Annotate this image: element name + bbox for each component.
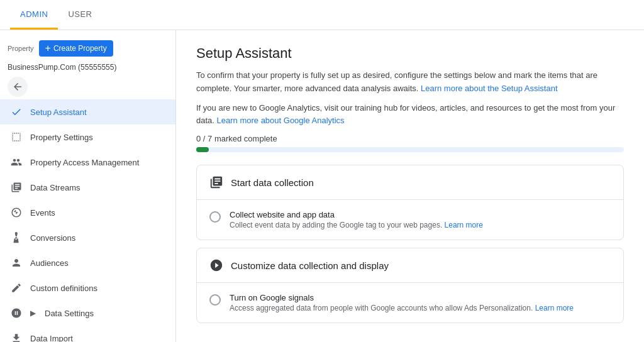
learn-more-setup-assistant-link[interactable]: Learn more about the Setup Assistant — [421, 84, 558, 93]
task-title-collect-website-app: Collect website and app data — [230, 210, 483, 219]
back-button[interactable] — [8, 77, 28, 97]
section-customize-data-collection: Customize data collection and display Tu… — [196, 248, 624, 323]
task-title-google-signals: Turn on Google signals — [230, 293, 574, 302]
sidebar-item-label-property-settings: Property Settings — [30, 133, 93, 142]
sidebar-item-data-settings[interactable]: ▶ Data Settings — [0, 301, 175, 326]
sidebar-item-data-import[interactable]: Data Import — [0, 326, 175, 342]
progress-bar-container — [196, 147, 624, 152]
tab-user[interactable]: USER — [58, 1, 102, 30]
create-property-button[interactable]: + Create Property — [39, 40, 113, 57]
back-arrow-icon — [12, 81, 23, 92]
section-title-customize-data-collection: Customize data collection and display — [231, 260, 389, 271]
task-radio-collect-website-app[interactable] — [209, 211, 221, 223]
data-streams-icon — [10, 181, 23, 194]
sidebar: Property + Create Property BusinessPump.… — [0, 30, 176, 342]
description-1: To confirm that your property is fully s… — [196, 69, 624, 96]
conversions-icon — [10, 231, 23, 244]
sidebar-item-property-access-management[interactable]: Property Access Management — [0, 150, 175, 175]
create-property-label: Create Property — [53, 44, 107, 53]
customize-data-collection-icon — [209, 258, 223, 272]
sidebar-item-label-audiences: Audiences — [30, 258, 69, 268]
data-import-icon — [10, 332, 23, 342]
sidebar-item-label-custom-definitions: Custom definitions — [30, 284, 97, 293]
main-content: Setup Assistant To confirm that your pro… — [176, 30, 644, 342]
sidebar-item-label-property-access: Property Access Management — [30, 158, 139, 167]
task-radio-google-signals[interactable] — [209, 294, 221, 306]
sidebar-item-data-streams[interactable]: Data Streams — [0, 175, 175, 200]
sidebar-item-events[interactable]: Events — [0, 200, 175, 225]
data-settings-icon — [10, 307, 23, 319]
section-body-start-data-collection: Collect website and app data Collect eve… — [197, 200, 623, 240]
section-start-data-collection: Start data collection Collect website an… — [196, 165, 624, 240]
property-label: Property — [8, 45, 34, 52]
top-navigation: ADMIN USER — [0, 0, 644, 30]
sidebar-item-label-conversions: Conversions — [30, 233, 75, 243]
property-header: Property + Create Property — [0, 35, 175, 62]
plus-icon: + — [45, 43, 51, 53]
section-body-customize-data-collection: Turn on Google signals Access aggregated… — [197, 283, 623, 323]
learn-more-google-analytics-link[interactable]: Learn more about Google Analytics — [217, 116, 345, 125]
task-link-collect-website-app[interactable]: Learn more — [445, 221, 483, 229]
sidebar-item-audiences[interactable]: Audiences — [0, 250, 175, 275]
section-header-customize-data-collection: Customize data collection and display — [197, 248, 623, 283]
task-google-signals: Turn on Google signals Access aggregated… — [209, 293, 611, 312]
tab-admin[interactable]: ADMIN — [10, 1, 58, 30]
data-settings-arrow: ▶ — [30, 309, 36, 317]
property-access-icon — [10, 156, 23, 168]
main-layout: Property + Create Property BusinessPump.… — [0, 30, 644, 342]
account-name: BusinessPump.Com (55555555) — [0, 62, 175, 77]
sidebar-item-custom-definitions[interactable]: Custom definitions — [0, 275, 175, 301]
section-title-start-data-collection: Start data collection — [231, 177, 314, 188]
setup-assistant-icon — [10, 106, 23, 118]
sidebar-item-label-setup-assistant: Setup Assistant — [30, 108, 87, 117]
sidebar-item-setup-assistant[interactable]: Setup Assistant — [0, 99, 175, 124]
task-desc-collect-website-app: Collect event data by adding the Google … — [230, 221, 483, 229]
sidebar-item-conversions[interactable]: Conversions — [0, 225, 175, 250]
sidebar-item-property-settings[interactable]: Property Settings — [0, 124, 175, 150]
nav-tabs: ADMIN USER — [10, 1, 103, 30]
task-content-google-signals: Turn on Google signals Access aggregated… — [230, 293, 574, 312]
sidebar-item-label-events: Events — [30, 208, 55, 218]
start-data-collection-icon — [209, 175, 223, 189]
task-desc-google-signals: Access aggregated data from people with … — [230, 304, 574, 312]
task-collect-website-app: Collect website and app data Collect eve… — [209, 210, 611, 229]
task-link-google-signals[interactable]: Learn more — [535, 304, 574, 312]
property-settings-icon — [10, 131, 23, 143]
events-icon — [10, 206, 23, 219]
sidebar-item-label-data-settings: Data Settings — [45, 309, 94, 318]
custom-definitions-icon — [10, 282, 23, 294]
task-content-collect-website-app: Collect website and app data Collect eve… — [230, 210, 483, 229]
audiences-icon — [10, 256, 23, 269]
description-2: If you are new to Google Analytics, visi… — [196, 102, 624, 128]
page-title: Setup Assistant — [196, 45, 624, 62]
progress-bar-fill — [196, 147, 209, 152]
sidebar-item-label-data-import: Data Import — [30, 334, 73, 343]
progress-text: 0 / 7 marked complete — [196, 134, 624, 143]
sidebar-item-label-data-streams: Data Streams — [30, 183, 80, 192]
section-header-start-data-collection: Start data collection — [197, 165, 623, 200]
